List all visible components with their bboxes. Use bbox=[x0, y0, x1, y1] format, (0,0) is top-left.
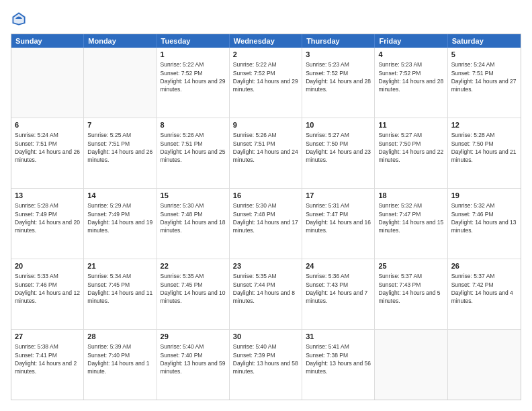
calendar-header: SundayMondayTuesdayWednesdayThursdayFrid… bbox=[11, 34, 521, 48]
cell-date-number: 17 bbox=[306, 191, 371, 201]
cell-info: Sunrise: 5:41 AM Sunset: 7:38 PM Dayligh… bbox=[306, 342, 371, 375]
cell-date-number: 20 bbox=[15, 261, 80, 271]
cell-date-number: 13 bbox=[15, 191, 80, 201]
cell-date-number: 26 bbox=[451, 261, 517, 271]
calendar-cell: 24Sunrise: 5:36 AM Sunset: 7:43 PM Dayli… bbox=[302, 259, 375, 329]
calendar-cell: 20Sunrise: 5:33 AM Sunset: 7:46 PM Dayli… bbox=[11, 259, 84, 329]
calendar-row: 20Sunrise: 5:33 AM Sunset: 7:46 PM Dayli… bbox=[11, 259, 521, 330]
calendar-cell: 12Sunrise: 5:28 AM Sunset: 7:50 PM Dayli… bbox=[448, 118, 521, 188]
cell-date-number: 7 bbox=[87, 120, 152, 130]
calendar-cell: 14Sunrise: 5:29 AM Sunset: 7:49 PM Dayli… bbox=[84, 189, 157, 259]
cell-info: Sunrise: 5:37 AM Sunset: 7:42 PM Dayligh… bbox=[451, 272, 517, 305]
cell-date-number: 22 bbox=[161, 261, 226, 271]
calendar-cell bbox=[11, 48, 84, 118]
weekday-header: Tuesday bbox=[157, 34, 230, 48]
calendar-cell: 16Sunrise: 5:30 AM Sunset: 7:48 PM Dayli… bbox=[230, 189, 302, 259]
cell-date-number: 5 bbox=[451, 50, 517, 60]
cell-info: Sunrise: 5:27 AM Sunset: 7:50 PM Dayligh… bbox=[306, 131, 371, 164]
cell-info: Sunrise: 5:30 AM Sunset: 7:48 PM Dayligh… bbox=[161, 201, 226, 234]
calendar-cell bbox=[84, 48, 157, 118]
cell-date-number: 4 bbox=[378, 50, 443, 60]
cell-date-number: 27 bbox=[15, 332, 80, 342]
calendar-cell: 8Sunrise: 5:26 AM Sunset: 7:51 PM Daylig… bbox=[157, 118, 230, 188]
cell-info: Sunrise: 5:23 AM Sunset: 7:52 PM Dayligh… bbox=[378, 60, 443, 93]
calendar-cell: 15Sunrise: 5:30 AM Sunset: 7:48 PM Dayli… bbox=[157, 189, 230, 259]
calendar-cell: 26Sunrise: 5:37 AM Sunset: 7:42 PM Dayli… bbox=[448, 259, 521, 329]
cell-date-number: 30 bbox=[233, 332, 298, 342]
calendar: SundayMondayTuesdayWednesdayThursdayFrid… bbox=[11, 34, 521, 400]
cell-info: Sunrise: 5:37 AM Sunset: 7:43 PM Dayligh… bbox=[378, 272, 443, 305]
cell-info: Sunrise: 5:32 AM Sunset: 7:47 PM Dayligh… bbox=[378, 201, 443, 234]
cell-info: Sunrise: 5:36 AM Sunset: 7:43 PM Dayligh… bbox=[306, 272, 371, 305]
cell-date-number: 2 bbox=[233, 50, 298, 60]
calendar-cell: 30Sunrise: 5:40 AM Sunset: 7:39 PM Dayli… bbox=[230, 330, 302, 400]
calendar-cell: 19Sunrise: 5:32 AM Sunset: 7:46 PM Dayli… bbox=[448, 189, 521, 259]
cell-info: Sunrise: 5:30 AM Sunset: 7:48 PM Dayligh… bbox=[233, 201, 298, 234]
cell-info: Sunrise: 5:33 AM Sunset: 7:46 PM Dayligh… bbox=[15, 272, 80, 305]
cell-info: Sunrise: 5:24 AM Sunset: 7:51 PM Dayligh… bbox=[451, 60, 517, 93]
cell-info: Sunrise: 5:28 AM Sunset: 7:49 PM Dayligh… bbox=[15, 201, 80, 234]
cell-info: Sunrise: 5:35 AM Sunset: 7:44 PM Dayligh… bbox=[233, 272, 298, 305]
weekday-header: Saturday bbox=[448, 34, 521, 48]
calendar-row: 6Sunrise: 5:24 AM Sunset: 7:51 PM Daylig… bbox=[11, 118, 521, 189]
cell-info: Sunrise: 5:23 AM Sunset: 7:52 PM Dayligh… bbox=[306, 60, 371, 93]
cell-info: Sunrise: 5:22 AM Sunset: 7:52 PM Dayligh… bbox=[233, 60, 298, 93]
calendar-cell: 29Sunrise: 5:40 AM Sunset: 7:40 PM Dayli… bbox=[157, 330, 230, 400]
weekday-header: Friday bbox=[375, 34, 447, 48]
cell-date-number: 19 bbox=[451, 191, 517, 201]
weekday-header: Sunday bbox=[11, 34, 84, 48]
calendar-cell: 4Sunrise: 5:23 AM Sunset: 7:52 PM Daylig… bbox=[375, 48, 447, 118]
cell-date-number: 28 bbox=[87, 332, 152, 342]
weekday-header: Monday bbox=[84, 34, 157, 48]
calendar-cell: 17Sunrise: 5:31 AM Sunset: 7:47 PM Dayli… bbox=[302, 189, 375, 259]
calendar-cell: 27Sunrise: 5:38 AM Sunset: 7:41 PM Dayli… bbox=[11, 330, 84, 400]
logo-icon bbox=[11, 11, 27, 27]
calendar-cell: 31Sunrise: 5:41 AM Sunset: 7:38 PM Dayli… bbox=[302, 330, 375, 400]
calendar-cell: 18Sunrise: 5:32 AM Sunset: 7:47 PM Dayli… bbox=[375, 189, 447, 259]
calendar-cell: 23Sunrise: 5:35 AM Sunset: 7:44 PM Dayli… bbox=[230, 259, 302, 329]
calendar-row: 1Sunrise: 5:22 AM Sunset: 7:52 PM Daylig… bbox=[11, 48, 521, 118]
cell-info: Sunrise: 5:40 AM Sunset: 7:40 PM Dayligh… bbox=[161, 342, 226, 375]
cell-date-number: 1 bbox=[161, 50, 226, 60]
cell-date-number: 21 bbox=[87, 261, 152, 271]
cell-date-number: 14 bbox=[87, 191, 152, 201]
weekday-header: Thursday bbox=[302, 34, 375, 48]
weekday-header: Wednesday bbox=[230, 34, 302, 48]
cell-info: Sunrise: 5:35 AM Sunset: 7:45 PM Dayligh… bbox=[161, 272, 226, 305]
cell-date-number: 29 bbox=[161, 332, 226, 342]
calendar-cell bbox=[448, 330, 521, 400]
cell-date-number: 12 bbox=[451, 120, 517, 130]
calendar-cell: 3Sunrise: 5:23 AM Sunset: 7:52 PM Daylig… bbox=[302, 48, 375, 118]
header bbox=[11, 11, 521, 27]
cell-date-number: 8 bbox=[161, 120, 226, 130]
calendar-cell: 6Sunrise: 5:24 AM Sunset: 7:51 PM Daylig… bbox=[11, 118, 84, 188]
calendar-cell: 22Sunrise: 5:35 AM Sunset: 7:45 PM Dayli… bbox=[157, 259, 230, 329]
cell-info: Sunrise: 5:34 AM Sunset: 7:45 PM Dayligh… bbox=[87, 272, 152, 305]
cell-date-number: 6 bbox=[15, 120, 80, 130]
cell-info: Sunrise: 5:40 AM Sunset: 7:39 PM Dayligh… bbox=[233, 342, 298, 375]
calendar-cell: 7Sunrise: 5:25 AM Sunset: 7:51 PM Daylig… bbox=[84, 118, 157, 188]
cell-info: Sunrise: 5:27 AM Sunset: 7:50 PM Dayligh… bbox=[378, 131, 443, 164]
page: SundayMondayTuesdayWednesdayThursdayFrid… bbox=[0, 0, 532, 411]
cell-info: Sunrise: 5:28 AM Sunset: 7:50 PM Dayligh… bbox=[451, 131, 517, 164]
cell-info: Sunrise: 5:26 AM Sunset: 7:51 PM Dayligh… bbox=[233, 131, 298, 164]
calendar-cell: 1Sunrise: 5:22 AM Sunset: 7:52 PM Daylig… bbox=[157, 48, 230, 118]
cell-info: Sunrise: 5:29 AM Sunset: 7:49 PM Dayligh… bbox=[87, 201, 152, 234]
calendar-row: 27Sunrise: 5:38 AM Sunset: 7:41 PM Dayli… bbox=[11, 330, 521, 400]
calendar-row: 13Sunrise: 5:28 AM Sunset: 7:49 PM Dayli… bbox=[11, 189, 521, 259]
calendar-cell: 28Sunrise: 5:39 AM Sunset: 7:40 PM Dayli… bbox=[84, 330, 157, 400]
calendar-cell bbox=[375, 330, 447, 400]
calendar-cell: 10Sunrise: 5:27 AM Sunset: 7:50 PM Dayli… bbox=[302, 118, 375, 188]
cell-info: Sunrise: 5:31 AM Sunset: 7:47 PM Dayligh… bbox=[306, 201, 371, 234]
calendar-cell: 9Sunrise: 5:26 AM Sunset: 7:51 PM Daylig… bbox=[230, 118, 302, 188]
cell-date-number: 23 bbox=[233, 261, 298, 271]
cell-date-number: 10 bbox=[306, 120, 371, 130]
cell-info: Sunrise: 5:24 AM Sunset: 7:51 PM Dayligh… bbox=[15, 131, 80, 164]
cell-date-number: 15 bbox=[161, 191, 226, 201]
cell-info: Sunrise: 5:32 AM Sunset: 7:46 PM Dayligh… bbox=[451, 201, 517, 234]
cell-date-number: 11 bbox=[378, 120, 443, 130]
cell-date-number: 16 bbox=[233, 191, 298, 201]
calendar-cell: 13Sunrise: 5:28 AM Sunset: 7:49 PM Dayli… bbox=[11, 189, 84, 259]
cell-date-number: 3 bbox=[306, 50, 371, 60]
cell-info: Sunrise: 5:25 AM Sunset: 7:51 PM Dayligh… bbox=[87, 131, 152, 164]
